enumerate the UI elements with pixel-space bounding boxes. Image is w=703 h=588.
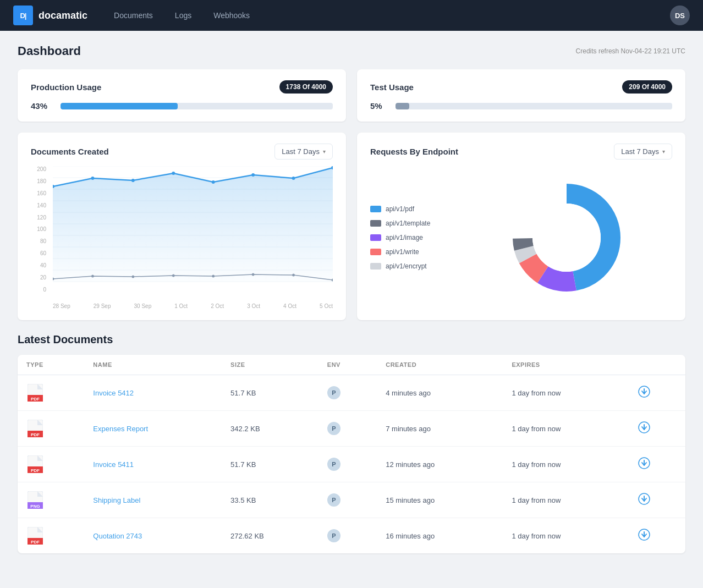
legend-label-pdf: api/v1/pdf — [386, 205, 414, 213]
y-labels: 200 180 160 140 120 100 80 60 40 20 0 — [31, 166, 51, 293]
svg-text:PDF: PDF — [31, 468, 40, 473]
test-usage-card: Test Usage 209 Of 4000 5% — [357, 69, 685, 122]
requests-by-endpoint-title: Requests By Endpoint — [370, 147, 458, 156]
user-avatar[interactable]: DS — [670, 6, 690, 25]
production-progress-fill — [61, 103, 178, 109]
svg-text:PDF: PDF — [31, 432, 40, 437]
nav-documents[interactable]: Documents — [105, 7, 162, 24]
doc-link-2[interactable]: Invoice 5411 — [93, 460, 134, 469]
production-percent: 43% — [31, 101, 47, 111]
cell-download-1 — [629, 411, 685, 447]
cell-expires-3: 1 day from now — [503, 482, 629, 518]
usage-row: Production Usage 1738 Of 4000 43% Test U… — [18, 69, 685, 122]
svg-point-25 — [252, 273, 255, 276]
x-label-5oct: 5 Oct — [320, 303, 333, 309]
cell-type-1: PDF — [18, 411, 84, 447]
cell-name-4: Quotation 2743 — [84, 518, 222, 554]
cell-type-3: PNG — [18, 482, 84, 518]
production-usage-card: Production Usage 1738 Of 4000 43% — [18, 69, 346, 122]
legend-template: api/v1/template — [370, 219, 447, 227]
legend-label-encrypt: api/v1/encrypt — [386, 262, 427, 270]
cell-name-2: Invoice 5411 — [84, 447, 222, 482]
x-label-30sep: 30 Sep — [134, 303, 152, 309]
cell-name-3: Shipping Label — [84, 482, 222, 518]
donut-legend: api/v1/pdf api/v1/template api/v1/image … — [370, 205, 447, 270]
test-progress-fill — [396, 103, 409, 109]
credits-refresh: Credits refresh Nov-04-22 19:21 UTC — [576, 47, 685, 55]
cell-expires-2: 1 day from now — [503, 447, 629, 482]
legend-color-write — [370, 249, 381, 255]
svg-point-16 — [212, 180, 215, 184]
cell-env-3: P — [318, 482, 377, 518]
documents-created-dropdown[interactable]: Last 7 Days ▾ — [274, 144, 333, 160]
production-usage-title: Production Usage — [31, 83, 101, 92]
chart-svg-area — [53, 166, 333, 293]
env-badge-4: P — [327, 529, 340, 542]
documents-created-dropdown-label: Last 7 Days — [282, 147, 320, 156]
test-percent: 5% — [370, 101, 382, 111]
cell-download-4 — [629, 518, 685, 554]
download-icon-4[interactable] — [638, 532, 650, 543]
main-content: Dashboard Credits refresh Nov-04-22 19:2… — [0, 31, 703, 567]
x-label-2oct: 2 Oct — [211, 303, 224, 309]
table-row: PNG Shipping Label 33.5 KB P 15 minutes … — [18, 482, 685, 518]
y-label-40: 40 — [40, 262, 46, 268]
cell-expires-1: 1 day from now — [503, 411, 629, 447]
env-badge-3: P — [327, 493, 340, 507]
page-header: Dashboard Credits refresh Nov-04-22 19:2… — [18, 44, 685, 58]
download-icon-2[interactable] — [638, 460, 650, 471]
legend-color-image — [370, 234, 381, 241]
svg-point-26 — [292, 274, 295, 277]
requests-endpoint-dropdown[interactable]: Last 7 Days ▾ — [614, 144, 672, 160]
cell-created-0: 4 minutes ago — [377, 375, 503, 411]
table-header-row: TYPE NAME SIZE ENV CREATED EXPIRES — [18, 355, 685, 375]
cell-env-4: P — [318, 518, 377, 554]
y-label-60: 60 — [40, 250, 46, 256]
download-icon-1[interactable] — [638, 425, 650, 436]
download-icon-3[interactable] — [638, 496, 650, 507]
doc-link-1[interactable]: Expenses Report — [93, 425, 148, 433]
cell-size-3: 33.5 KB — [222, 482, 318, 518]
nav-webhooks[interactable]: Webhooks — [205, 7, 259, 24]
legend-pdf: api/v1/pdf — [370, 205, 447, 213]
y-label-20: 20 — [40, 274, 46, 281]
nav-links: Documents Logs Webhooks — [105, 7, 670, 24]
brand-logo: D| — [13, 6, 33, 25]
x-labels: 28 Sep 29 Sep 30 Sep 1 Oct 2 Oct 3 Oct 4… — [53, 303, 333, 309]
cell-type-0: PDF — [18, 375, 84, 411]
production-usage-header: Production Usage 1738 Of 4000 — [31, 80, 333, 94]
x-label-4oct: 4 Oct — [283, 303, 296, 309]
png-file-icon: PNG — [26, 490, 44, 510]
page-title: Dashboard — [18, 44, 81, 58]
production-progress-row: 43% — [31, 101, 333, 111]
production-progress-bar — [61, 103, 333, 109]
cell-env-2: P — [318, 447, 377, 482]
y-label-100: 100 — [37, 226, 46, 232]
cell-size-2: 51.7 KB — [222, 447, 318, 482]
svg-point-33 — [532, 204, 601, 272]
doc-link-0[interactable]: Invoice 5412 — [93, 389, 134, 397]
y-label-0: 0 — [43, 287, 46, 293]
cell-created-2: 12 minutes ago — [377, 447, 503, 482]
table-row: PDF Expenses Report 342.2 KB P 7 minutes… — [18, 411, 685, 447]
test-usage-title: Test Usage — [370, 83, 414, 92]
doc-link-3[interactable]: Shipping Label — [93, 496, 140, 504]
cell-size-1: 342.2 KB — [222, 411, 318, 447]
legend-label-image: api/v1/image — [386, 234, 423, 241]
download-icon-0[interactable] — [638, 389, 650, 400]
production-usage-badge: 1738 Of 4000 — [279, 80, 333, 94]
col-expires: EXPIRES — [503, 355, 629, 375]
table-row: PDF Invoice 5411 51.7 KB P 12 minutes ag… — [18, 447, 685, 482]
col-type: TYPE — [18, 355, 84, 375]
test-usage-header: Test Usage 209 Of 4000 — [370, 80, 672, 94]
doc-link-4[interactable]: Quotation 2743 — [93, 532, 142, 540]
chevron-down-icon-2: ▾ — [662, 149, 665, 155]
cell-env-1: P — [318, 411, 377, 447]
svg-point-13 — [91, 177, 94, 180]
svg-text:PNG: PNG — [30, 504, 40, 509]
cell-expires-0: 1 day from now — [503, 375, 629, 411]
legend-color-encrypt — [370, 263, 381, 270]
legend-encrypt: api/v1/encrypt — [370, 262, 447, 270]
col-env: ENV — [318, 355, 377, 375]
nav-logs[interactable]: Logs — [166, 7, 200, 24]
